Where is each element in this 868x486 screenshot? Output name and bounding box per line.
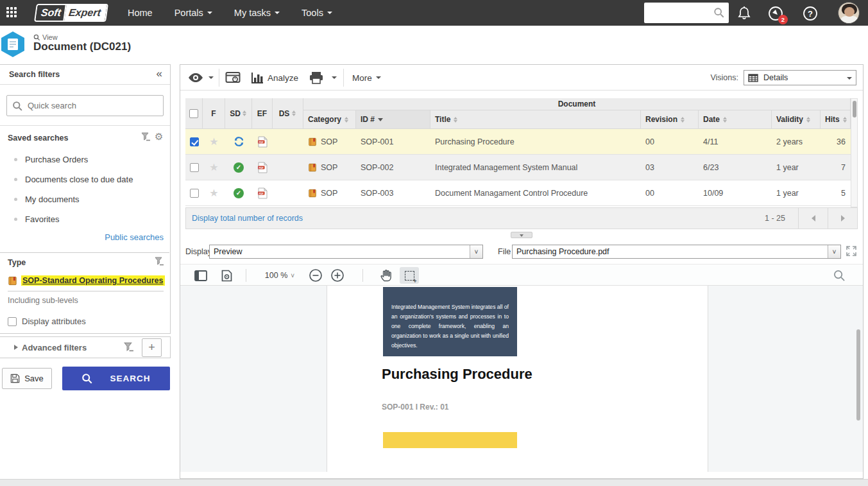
pdf-file-icon[interactable]: PDF	[258, 136, 268, 148]
main-menu: Home Portals My tasks Tools	[128, 0, 332, 26]
quick-search-input[interactable]	[28, 99, 156, 112]
display-attributes-option[interactable]: Display attributes	[8, 317, 86, 326]
advanced-filters-label: Advanced filters	[22, 343, 87, 352]
visions-select[interactable]: Details	[744, 70, 856, 85]
table-scrollbar[interactable]	[851, 98, 858, 207]
analyze-button[interactable]: Analyze	[251, 65, 298, 91]
col-header-sd[interactable]: SD	[225, 98, 252, 129]
print-options-caret[interactable]	[332, 65, 337, 91]
row-checkbox[interactable]	[190, 189, 199, 198]
view-document-button[interactable]	[188, 65, 203, 91]
splitter-handle[interactable]	[511, 232, 532, 238]
view-icon	[33, 34, 40, 41]
gear-icon[interactable]: ⚙	[155, 131, 163, 143]
view-options-caret[interactable]	[208, 65, 214, 91]
chevron-left-icon	[812, 215, 815, 221]
select-all-checkbox[interactable]	[189, 109, 198, 118]
chevron-down-icon: ˅	[291, 272, 294, 279]
menu-my-tasks[interactable]: My tasks	[234, 8, 280, 18]
zoom-out-button[interactable]	[307, 267, 325, 284]
clear-filter-icon[interactable]	[154, 256, 164, 266]
pdf-document-title: Purchasing Procedure	[382, 366, 532, 383]
row-checkbox[interactable]	[190, 163, 199, 172]
col-header-revision[interactable]: Revision	[641, 110, 699, 129]
scrollbar-thumb[interactable]	[856, 329, 860, 421]
panel-splitter	[180, 230, 863, 239]
pdf-file-icon[interactable]: PDF	[258, 162, 268, 173]
sort-icon	[723, 117, 728, 123]
menu-portals[interactable]: Portals	[174, 8, 212, 18]
pdf-file-icon[interactable]: PDF	[258, 187, 268, 199]
saved-search-documents-due[interactable]: Documents close to due date	[14, 175, 133, 184]
pdf-sidebar-toggle-icon[interactable]	[193, 267, 208, 284]
help-icon[interactable]: ?	[802, 5, 819, 22]
softexpert-logo[interactable]: Soft Expert	[34, 4, 108, 22]
col-header-validity[interactable]: Validity	[772, 110, 821, 129]
preview-panel-button[interactable]	[225, 65, 241, 91]
zoom-in-button[interactable]	[328, 267, 346, 284]
print-button[interactable]	[309, 65, 324, 91]
menu-home[interactable]: Home	[128, 8, 153, 18]
chevron-down-icon	[327, 12, 332, 14]
display-label: Display	[185, 247, 212, 256]
collapse-sidebar-icon[interactable]: «	[157, 67, 162, 80]
col-header-favorite[interactable]: F	[203, 98, 225, 129]
quick-search-box	[6, 95, 164, 116]
col-header-title[interactable]: Title	[430, 110, 641, 129]
favorite-star-icon[interactable]: ★	[209, 161, 218, 173]
col-header-category[interactable]: Category	[303, 110, 356, 129]
advanced-filters-bar[interactable]: Advanced filters +	[0, 336, 171, 358]
fullscreen-expand-icon[interactable]	[846, 246, 856, 256]
pdf-page-settings-icon[interactable]	[219, 267, 234, 284]
col-header-hits[interactable]: Hits	[821, 110, 851, 129]
display-attributes-checkbox[interactable]	[8, 317, 17, 326]
clear-filter-icon[interactable]	[123, 342, 134, 352]
pdf-search-icon[interactable]	[831, 267, 847, 284]
pdf-scrollbar[interactable]	[856, 286, 861, 472]
search-icon[interactable]	[713, 7, 725, 19]
col-header-id[interactable]: ID #	[356, 110, 430, 129]
add-filter-button[interactable]: +	[142, 338, 162, 357]
saved-search-purchase-orders[interactable]: Purchase Orders	[14, 155, 88, 164]
pan-hand-tool[interactable]	[377, 267, 395, 284]
grid-view-icon	[748, 74, 758, 82]
saved-search-favorites[interactable]: Favorites	[14, 214, 59, 224]
more-button[interactable]: More	[352, 65, 381, 91]
next-page-button[interactable]	[828, 208, 857, 229]
clear-filter-icon[interactable]	[140, 132, 151, 142]
notifications-bell-icon[interactable]	[736, 5, 753, 22]
col-header-date[interactable]: Date	[699, 110, 772, 129]
selected-type-item[interactable]: SOP-Standard Operating Procedures	[8, 275, 165, 286]
pdf-zoom-select[interactable]: 100 % ˅	[261, 267, 298, 284]
select-area-tool[interactable]	[400, 267, 419, 284]
pdf-toolbar: 100 % ˅	[180, 264, 863, 286]
sort-icon	[454, 117, 458, 123]
col-header-ef[interactable]: EF	[252, 98, 273, 129]
selected-type-label: SOP-Standard Operating Procedures	[21, 275, 165, 286]
pdf-yellow-bar	[383, 432, 517, 448]
favorite-star-icon[interactable]: ★	[209, 187, 218, 199]
pdf-preview-canvas[interactable]: Integrated Management System integrates …	[180, 286, 863, 472]
global-search-input[interactable]	[648, 5, 710, 21]
user-avatar[interactable]	[838, 2, 860, 24]
total-records-link[interactable]: Display total number of records	[192, 214, 303, 223]
scrollbar-thumb[interactable]	[853, 101, 856, 117]
menu-tools[interactable]: Tools	[302, 8, 332, 18]
notification-badge: 2	[778, 15, 788, 24]
pending-tasks-icon[interactable]: 2	[767, 5, 784, 22]
save-button[interactable]: Save	[2, 368, 52, 389]
group-header-document: Document	[303, 98, 851, 110]
favorite-star-icon[interactable]: ★	[209, 135, 218, 148]
display-value: Preview	[214, 247, 242, 256]
apps-grid-icon[interactable]	[6, 7, 19, 19]
file-select[interactable]: Purchasing Procedure.pdf ˅	[512, 245, 841, 259]
search-button[interactable]: SEARCH	[62, 367, 170, 390]
display-select[interactable]: Preview ˅	[209, 245, 483, 259]
col-header-ds[interactable]: DS	[273, 98, 303, 129]
previous-page-button[interactable]	[798, 208, 828, 229]
search-icon	[12, 101, 23, 112]
row-checkbox[interactable]	[190, 137, 199, 146]
preview-controls: Display Preview ˅ File Purchasing Proced…	[180, 239, 863, 264]
public-searches-link[interactable]: Public searches	[105, 232, 164, 242]
saved-search-my-documents[interactable]: My documents	[14, 195, 80, 204]
